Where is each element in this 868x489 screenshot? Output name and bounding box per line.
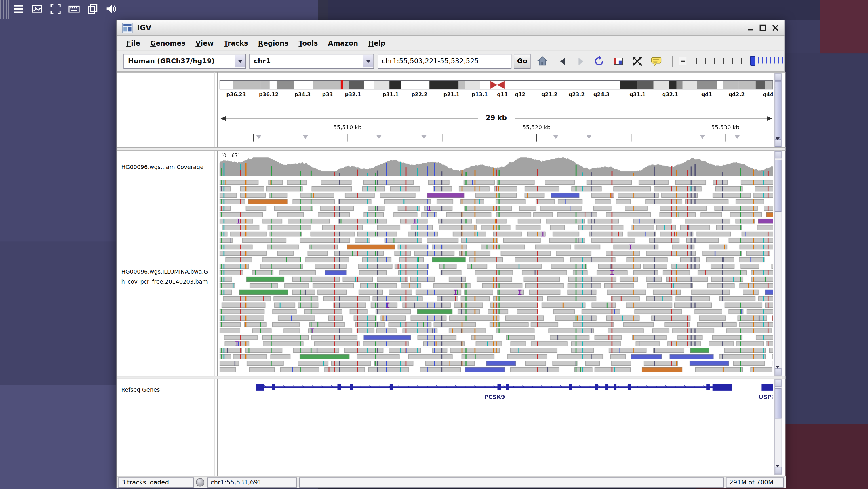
home-icon[interactable] <box>536 55 549 67</box>
fit-to-window-icon[interactable] <box>631 55 644 67</box>
zoom-ruler[interactable] <box>692 58 748 64</box>
strand-arrow-icon: › <box>293 383 295 391</box>
gene-label[interactable]: PCSK9 <box>484 394 505 400</box>
scroll-up-button[interactable] <box>775 380 781 387</box>
roi-marker-icon[interactable] <box>376 135 382 139</box>
maximize-button[interactable] <box>759 24 766 31</box>
menu-tracks[interactable]: Tracks <box>219 37 253 50</box>
chromosome-select-arrow[interactable] <box>363 55 373 67</box>
locus-input[interactable] <box>378 54 512 68</box>
alignment-track-canvas[interactable] <box>220 151 773 376</box>
ruler-tick <box>253 134 254 141</box>
ruler-tick-label: 55,510 kb <box>333 124 362 130</box>
ruler-panel-scrollbar[interactable] <box>774 73 782 147</box>
zoom-ruler-max[interactable] <box>758 57 783 63</box>
gene-exon[interactable] <box>338 384 341 390</box>
scrollbar-thumb[interactable] <box>775 160 781 212</box>
refresh-icon[interactable] <box>593 55 605 67</box>
gene-exon[interactable] <box>762 383 773 390</box>
strand-arrow-icon: › <box>636 383 638 391</box>
menu-tools[interactable]: Tools <box>293 37 323 50</box>
strand-arrow-icon: › <box>703 383 705 391</box>
activity-indicator-icon <box>196 478 204 486</box>
panel-ruler: p36.23p36.12p34.3p33p32.1p31.1p22.2p21.1… <box>117 73 786 147</box>
keyboard-icon[interactable] <box>68 3 80 15</box>
alignment-track-name-line2[interactable]: h_cov_pcr_free.20140203.bam <box>121 279 208 285</box>
strand-arrow-icon: › <box>646 383 648 391</box>
roi-marker-icon[interactable] <box>421 135 427 139</box>
menu-file[interactable]: File <box>121 37 145 50</box>
gene-exon[interactable] <box>497 384 501 390</box>
scroll-down-button[interactable] <box>775 467 781 474</box>
alignment-track-name-line1[interactable]: HG00096.wgs.ILLUMINA.bwa.G <box>121 269 208 275</box>
ruler-ticks[interactable]: 55,510 kb55,520 kb55,530 kb <box>220 73 773 147</box>
gene-exon[interactable] <box>627 384 631 390</box>
strand-arrow-icon: › <box>283 383 285 391</box>
menu-view[interactable]: View <box>190 37 219 50</box>
roi-marker-icon[interactable] <box>586 135 592 139</box>
message-status <box>299 478 724 488</box>
zoom-slider-thumb[interactable] <box>750 56 755 66</box>
popup-text-icon[interactable] <box>650 55 662 67</box>
roi-marker-icon[interactable] <box>256 135 262 139</box>
titlebar[interactable]: IGV <box>117 20 784 36</box>
menu-amazon[interactable]: Amazon <box>323 37 363 50</box>
coverage-track-name[interactable]: HG00096.wgs...am Coverage <box>121 164 204 170</box>
gene-exon[interactable] <box>506 384 508 390</box>
scrollbar-thumb[interactable] <box>775 388 781 419</box>
genome-select-value: Human (GRCh37/hg19) <box>128 57 215 65</box>
genome-select-arrow[interactable] <box>235 55 245 67</box>
scroll-down-button[interactable] <box>775 368 781 375</box>
go-button[interactable]: Go <box>514 54 531 68</box>
copy-icon[interactable] <box>86 3 99 15</box>
scroll-up-button[interactable] <box>775 151 781 159</box>
menu-regions[interactable]: Regions <box>253 37 293 50</box>
scrollbar-thumb[interactable] <box>775 81 781 139</box>
volume-icon[interactable] <box>105 3 117 15</box>
chromosome-select[interactable]: chr1 <box>249 54 374 68</box>
menu-genomes[interactable]: Genomes <box>145 37 190 50</box>
gene-exon[interactable] <box>272 384 275 390</box>
desktop-patch <box>328 0 868 20</box>
genome-select[interactable]: Human (GRCh37/hg19) <box>123 54 246 68</box>
gene-exon[interactable] <box>594 384 598 390</box>
ruler-tick <box>442 134 443 141</box>
scroll-down-button[interactable] <box>775 139 781 147</box>
minimize-button[interactable] <box>747 24 754 31</box>
display-icon[interactable] <box>31 3 43 15</box>
genes-data[interactable]: ››››››››››››››››››››››››››››››››››››››››… <box>220 379 773 475</box>
zoom-out-button[interactable] <box>679 57 687 65</box>
roi-marker-icon[interactable] <box>553 135 559 139</box>
strand-arrow-icon: › <box>589 383 591 391</box>
gene-exon[interactable] <box>606 384 609 390</box>
panel-splitter[interactable] <box>117 147 786 151</box>
gene-exon[interactable] <box>256 383 264 390</box>
panel-splitter[interactable] <box>117 376 786 379</box>
strand-arrow-icon: › <box>693 383 695 391</box>
roi-marker-icon[interactable] <box>735 135 740 139</box>
snapshot-icon[interactable] <box>612 55 624 67</box>
back-icon[interactable] <box>557 55 569 67</box>
close-button[interactable] <box>772 24 779 31</box>
genes-panel-scrollbar[interactable] <box>774 379 782 475</box>
strand-arrow-icon: › <box>369 383 371 391</box>
menu-help[interactable]: Help <box>363 37 391 50</box>
gene-exon[interactable] <box>390 384 393 390</box>
fullscreen-icon[interactable] <box>50 3 62 15</box>
gene-exon[interactable] <box>706 384 710 390</box>
alignments-panel-scrollbar[interactable] <box>774 151 782 376</box>
ruler-tick <box>347 134 348 141</box>
genes-track-name[interactable]: Refseq Genes <box>121 386 160 393</box>
scroll-up-button[interactable] <box>775 74 781 81</box>
menu-icon[interactable] <box>12 3 25 15</box>
gene-label[interactable]: USP24 <box>758 394 773 400</box>
gene-exon[interactable] <box>614 384 617 390</box>
roi-marker-icon[interactable] <box>303 135 308 139</box>
gene-exon[interactable] <box>569 384 572 390</box>
roi-marker-icon[interactable] <box>699 135 705 139</box>
forward-icon[interactable] <box>575 55 587 67</box>
strand-arrow-icon: › <box>598 383 600 391</box>
gene-exon[interactable] <box>712 383 731 390</box>
strand-arrow-icon: › <box>484 383 486 391</box>
gene-exon[interactable] <box>350 384 352 390</box>
